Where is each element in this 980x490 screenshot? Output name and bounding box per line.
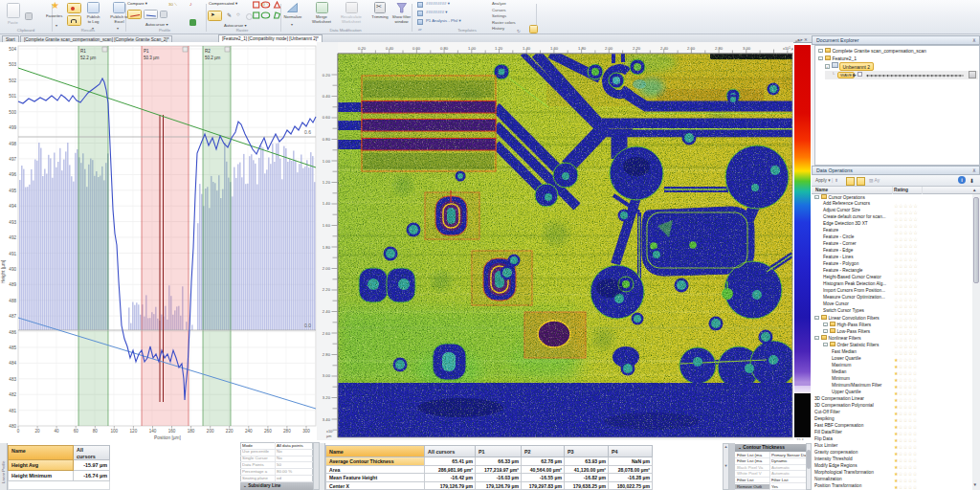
svg-text:0.40: 0.40 bbox=[386, 46, 394, 51]
svg-text:489: 489 bbox=[9, 282, 16, 287]
svg-text:R2: R2 bbox=[205, 49, 211, 54]
svg-text:0.60: 0.60 bbox=[323, 115, 331, 120]
svg-text:498: 498 bbox=[9, 142, 16, 146]
svg-text:x101 µm: x101 µm bbox=[783, 46, 793, 51]
svg-text:482: 482 bbox=[9, 392, 16, 397]
svg-text:2.80: 2.80 bbox=[323, 352, 331, 357]
svg-text:500: 500 bbox=[9, 110, 16, 115]
svg-text:0: 0 bbox=[17, 429, 20, 434]
svg-text:0.0: 0.0 bbox=[304, 323, 311, 328]
svg-text:1.00: 1.00 bbox=[468, 46, 477, 51]
svg-text:494: 494 bbox=[9, 204, 16, 209]
svg-text:2.20: 2.20 bbox=[323, 287, 331, 292]
svg-text:0.20: 0.20 bbox=[358, 46, 367, 51]
svg-text:480: 480 bbox=[9, 424, 16, 429]
svg-text:1.40: 1.40 bbox=[323, 201, 331, 206]
svg-text:50.2 µm: 50.2 µm bbox=[205, 56, 221, 60]
svg-text:1.60: 1.60 bbox=[323, 223, 331, 228]
svg-text:200: 200 bbox=[207, 429, 214, 434]
svg-text:484: 484 bbox=[9, 361, 16, 366]
svg-text:0.40: 0.40 bbox=[323, 94, 331, 99]
svg-text:486: 486 bbox=[9, 330, 16, 335]
svg-text:488: 488 bbox=[9, 299, 16, 303]
svg-text:40: 40 bbox=[55, 429, 60, 434]
svg-text:260: 260 bbox=[264, 429, 272, 434]
svg-text:1.80: 1.80 bbox=[578, 46, 587, 51]
svg-text:1.60: 1.60 bbox=[550, 46, 559, 51]
svg-text:490: 490 bbox=[9, 267, 16, 272]
svg-text:2.20: 2.20 bbox=[633, 46, 641, 51]
svg-text:1.00: 1.00 bbox=[323, 159, 331, 164]
svg-text:80: 80 bbox=[93, 429, 99, 434]
svg-text:140: 140 bbox=[149, 429, 157, 434]
svg-text:483: 483 bbox=[9, 377, 16, 382]
svg-text:491: 491 bbox=[9, 252, 16, 256]
svg-text:3.40: 3.40 bbox=[323, 417, 331, 422]
svg-text:x10²: x10² bbox=[326, 430, 334, 434]
svg-text:495: 495 bbox=[9, 189, 16, 193]
svg-text:496: 496 bbox=[9, 172, 16, 177]
svg-text:3.00: 3.00 bbox=[323, 373, 331, 378]
svg-text:120: 120 bbox=[130, 429, 138, 434]
svg-text:160: 160 bbox=[168, 429, 176, 434]
svg-text:280: 280 bbox=[283, 429, 291, 434]
svg-text:485: 485 bbox=[9, 345, 16, 350]
svg-text:300: 300 bbox=[302, 429, 310, 434]
svg-text:50.3 µm: 50.3 µm bbox=[144, 56, 160, 60]
svg-text:2.00: 2.00 bbox=[323, 266, 331, 271]
svg-text:0.6: 0.6 bbox=[304, 129, 311, 135]
svg-text:240: 240 bbox=[245, 429, 253, 434]
svg-text:3.00: 3.00 bbox=[743, 46, 751, 51]
svg-text:502: 502 bbox=[9, 78, 16, 83]
svg-text:220: 220 bbox=[226, 429, 234, 434]
svg-text:20: 20 bbox=[35, 429, 41, 434]
svg-text:481: 481 bbox=[9, 409, 16, 413]
svg-text:0.20: 0.20 bbox=[323, 73, 331, 78]
svg-text:2.60: 2.60 bbox=[323, 331, 331, 336]
svg-text:487: 487 bbox=[9, 314, 16, 319]
svg-text:P1: P1 bbox=[144, 49, 149, 54]
svg-text:503: 503 bbox=[9, 62, 16, 67]
svg-text:Height [µm]: Height [µm] bbox=[1, 260, 6, 284]
svg-text:1.80: 1.80 bbox=[323, 245, 331, 250]
svg-text:µm: µm bbox=[326, 434, 331, 438]
svg-text:2.40: 2.40 bbox=[323, 309, 331, 314]
svg-text:R1: R1 bbox=[80, 49, 86, 54]
svg-text:52.2 µm: 52.2 µm bbox=[80, 56, 97, 60]
svg-text:1.20: 1.20 bbox=[323, 180, 331, 185]
svg-text:492: 492 bbox=[9, 235, 16, 240]
svg-text:504: 504 bbox=[9, 47, 16, 52]
svg-text:497: 497 bbox=[9, 157, 16, 162]
svg-text:0.80: 0.80 bbox=[323, 137, 331, 142]
svg-text:3.20: 3.20 bbox=[323, 395, 331, 400]
svg-text:60: 60 bbox=[74, 429, 79, 434]
svg-text:180: 180 bbox=[188, 429, 195, 434]
svg-text:493: 493 bbox=[9, 220, 16, 225]
svg-text:501: 501 bbox=[9, 94, 16, 99]
svg-text:499: 499 bbox=[9, 125, 16, 130]
svg-text:2.40: 2.40 bbox=[660, 46, 669, 51]
svg-text:100: 100 bbox=[110, 429, 118, 434]
